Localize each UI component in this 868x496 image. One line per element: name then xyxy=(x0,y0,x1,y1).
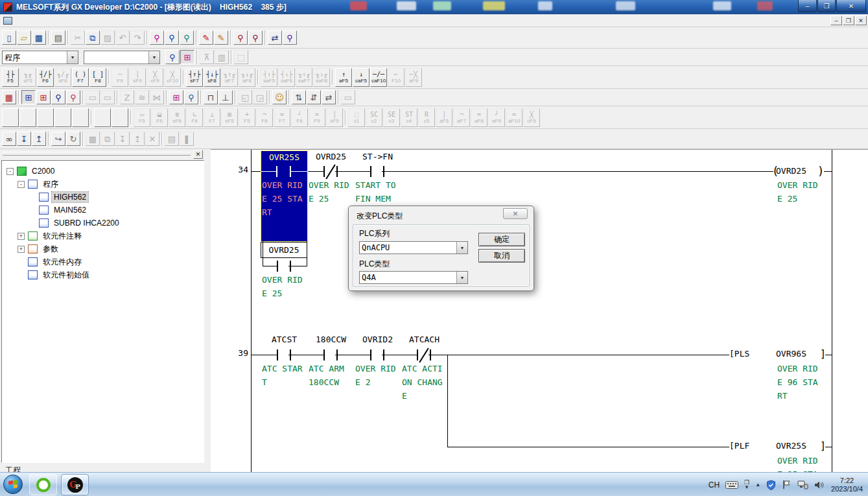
contact-no[interactable] xyxy=(277,349,278,360)
sfc-merge2-button[interactable]: = aF10 xyxy=(506,108,522,127)
find-button[interactable]: ⚲ xyxy=(150,30,164,45)
contact-no[interactable] xyxy=(370,166,371,177)
tree-node-main562[interactable]: MAIN562 xyxy=(2,204,204,217)
find-contact-button[interactable]: ⚲ xyxy=(51,90,65,104)
insert-write-button[interactable]: ✎ xyxy=(214,30,228,45)
show-hidden-icons-icon[interactable]: ▲ xyxy=(755,482,760,488)
app-icon[interactable] xyxy=(3,3,12,12)
sampling-trace-button[interactable]: Z xyxy=(120,90,134,104)
data-find-button[interactable]: ⚲ xyxy=(165,50,180,64)
find-device-button[interactable]: ⚲ xyxy=(165,30,179,45)
tree-expander[interactable]: + xyxy=(18,246,25,253)
instruction-op[interactable]: [PLF xyxy=(729,441,749,451)
maximize-button[interactable]: ❐ xyxy=(817,0,836,12)
contact-label[interactable]: ST->FN xyxy=(355,152,401,161)
plc-type-combo[interactable]: Q4A ▼ xyxy=(359,271,468,284)
paste-button[interactable]: ▨ xyxy=(100,30,115,45)
delete-vline-button[interactable]: ╳ cF10 xyxy=(164,68,181,87)
sfc-se-button[interactable]: SE c3 xyxy=(383,108,400,127)
selected-cell[interactable]: OVR25S OVER RID E 25 STA RT xyxy=(261,150,308,242)
trace-setup-button[interactable]: ▩ xyxy=(86,132,100,146)
monitor-zoom2-button[interactable]: ⚲ xyxy=(248,30,263,45)
online-write-top-button[interactable]: ⊓ xyxy=(204,90,218,104)
parallel-falling-neg-button[interactable]: ╖⇂╓ saF8 xyxy=(313,68,330,87)
panel-grip[interactable] xyxy=(3,152,191,156)
delete-hline-button[interactable]: ╳ cF9 xyxy=(147,68,163,87)
parallel-falling-button[interactable]: ╖↓╓ aF8 xyxy=(239,68,255,87)
taskbar-browser-button[interactable] xyxy=(29,474,57,495)
open-project-button[interactable]: ▱ xyxy=(17,30,31,45)
tree-expander[interactable]: - xyxy=(6,168,14,175)
action-center-flag-icon[interactable] xyxy=(782,480,792,490)
contact-label[interactable]: OVRD25 xyxy=(308,152,354,161)
chevron-down-icon[interactable]: ▼ xyxy=(456,242,467,254)
vline-up-button[interactable]: ↑ aF5 xyxy=(335,68,352,87)
parallel-rising-neg-button[interactable]: ╖↿╓ saF7 xyxy=(296,68,312,87)
close-button[interactable]: ✕ xyxy=(836,0,866,12)
application-instruction-button[interactable]: [ ] F8 xyxy=(89,68,106,87)
help-assistant-button[interactable]: ☺ xyxy=(272,90,287,104)
parallel-closed-contact-button[interactable]: ╖/╓ sF6 xyxy=(54,68,71,87)
sfc-comment-button[interactable]: ⬚ c1 xyxy=(348,108,365,127)
copy-button[interactable]: ⧉ xyxy=(86,30,100,45)
coil-label[interactable]: OVRD25 xyxy=(776,166,816,176)
device-batch-button[interactable]: ⊞ xyxy=(169,90,183,104)
sfc-vline2-button[interactable]: │ aF5 xyxy=(436,108,452,127)
branch-contact-label[interactable]: OVRD25 xyxy=(261,242,307,258)
decode-button[interactable]: ≋ xyxy=(135,90,149,104)
mdi-minimize-button[interactable]: – xyxy=(830,16,842,25)
instruction-device[interactable]: OVR96S xyxy=(776,349,816,359)
program-batch-button[interactable] xyxy=(2,108,19,127)
sfc-step-button[interactable]: ▭ F5 xyxy=(134,108,150,127)
hline-draw-button[interactable]: ⌐ F10 xyxy=(388,68,405,87)
vline-down-button[interactable]: ↓ caF5 xyxy=(353,68,369,87)
save-project-button[interactable]: ▦ xyxy=(32,30,46,45)
start-button[interactable] xyxy=(3,475,23,494)
sfc-st-button[interactable]: ST c4 xyxy=(401,108,417,127)
falling-pulse-button[interactable]: ┤↓├ sF8 xyxy=(204,68,220,87)
jump-button[interactable]: ↪ xyxy=(51,132,65,146)
ladder-view-button[interactable]: ⊞ xyxy=(21,90,36,104)
vertical-line-button[interactable]: │ sF9 xyxy=(129,68,146,87)
find-next-button[interactable]: ↧ xyxy=(17,132,31,146)
instruction-device[interactable]: OVR25S xyxy=(776,441,816,451)
delete-row-button[interactable]: ⇵ xyxy=(307,90,321,104)
ladder-tree-button[interactable]: ⊞ xyxy=(180,50,194,64)
tree-node-device-memory[interactable]: 软元件内存 xyxy=(2,255,204,268)
block-download-button[interactable] xyxy=(111,108,128,127)
invert-result-button[interactable]: ─/─ caF10 xyxy=(370,68,387,87)
ladder-edit-button[interactable]: ⊞ xyxy=(36,90,51,104)
program-verify-button[interactable]: ⚲ xyxy=(283,30,297,45)
print-button[interactable]: ▤ xyxy=(51,30,65,45)
sfc-selection-button[interactable]: ¬ F6 xyxy=(256,108,273,127)
volume-icon[interactable] xyxy=(814,480,824,490)
coil-button[interactable]: ( ) F7 xyxy=(72,68,89,87)
sfc-selection2-button[interactable]: ¬ aF7 xyxy=(453,108,470,127)
clock[interactable]: 7:22 2023/10/4 xyxy=(831,477,863,493)
taskbar-gx-developer-button[interactable]: GP xyxy=(61,474,89,495)
tree-node-program[interactable]: - 程序 xyxy=(2,178,204,191)
language-indicator[interactable]: CH xyxy=(709,480,720,490)
sfc-block-step-button[interactable]: ≣ sF6 xyxy=(169,108,185,127)
error-jump-button[interactable] xyxy=(37,108,54,127)
tree-node-device-init[interactable]: 软元件初始值 xyxy=(2,268,204,281)
dialog-close-icon[interactable]: ✕ xyxy=(503,208,528,219)
trace-copy-button[interactable]: ⧉ xyxy=(100,132,115,146)
split-view-button[interactable] xyxy=(72,108,89,127)
ladder-editor[interactable]: 34 OVRD25 OVER RID E 25 ST->FN START TO … xyxy=(211,149,868,472)
pan-button[interactable]: ❚ xyxy=(180,132,194,146)
language-bar-restore-icon[interactable]: ❐▾ xyxy=(744,480,749,490)
sfc-jump-button[interactable]: ↳ F8 xyxy=(186,108,203,127)
contact-nc[interactable] xyxy=(323,166,325,177)
batch-edit-button[interactable]: ▥ xyxy=(215,50,229,64)
parallel-open-contact-button[interactable]: ╖╓ sF5 xyxy=(19,68,36,87)
window-new-button[interactable]: ◲ xyxy=(253,90,267,104)
sfc-corner-button[interactable]: ┘ F8 xyxy=(291,108,308,127)
horizontal-line-button[interactable]: ─ F9 xyxy=(111,68,128,87)
contact-no[interactable] xyxy=(323,349,325,360)
monitor-zoom-button[interactable]: ⚲ xyxy=(233,30,248,45)
new-project-button[interactable]: ▯ xyxy=(2,30,16,45)
sfc-dummy-step-button[interactable]: ⬓ F6 xyxy=(151,108,168,127)
sfc-vline-button[interactable]: │ sF9 xyxy=(326,108,343,127)
plc-series-combo[interactable]: QnACPU ▼ xyxy=(359,241,468,254)
